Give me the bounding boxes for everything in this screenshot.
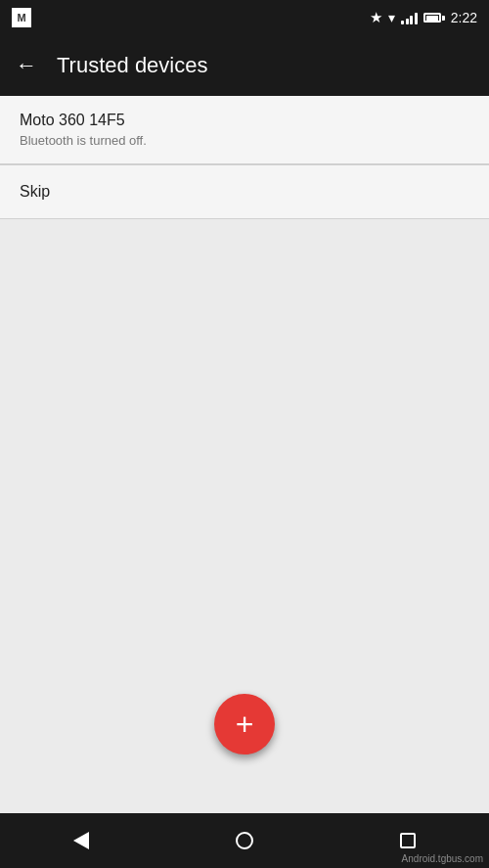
nav-bar: Android.tgbus.com	[0, 813, 489, 868]
fab-plus-icon: +	[236, 708, 254, 740]
watermark: Android.tgbus.com	[402, 853, 483, 864]
status-time: 2:22	[451, 10, 477, 25]
back-button[interactable]: ←	[16, 53, 37, 78]
content-area: Moto 360 14F5 Bluetooth is turned off. S…	[0, 96, 489, 813]
gmail-icon: M	[12, 8, 31, 27]
skip-button[interactable]: Skip	[0, 165, 489, 219]
status-bar: M ★ ▾ 2:22	[0, 0, 489, 35]
add-device-fab[interactable]: +	[214, 694, 275, 754]
nav-back-button[interactable]	[52, 821, 111, 860]
recents-nav-icon	[400, 833, 416, 848]
back-arrow-icon: ←	[16, 53, 37, 78]
signal-icon	[401, 11, 418, 24]
device-name: Moto 360 14F5	[20, 112, 469, 129]
skip-label: Skip	[20, 183, 50, 200]
status-bar-left: M	[12, 8, 31, 27]
device-list-item[interactable]: Moto 360 14F5 Bluetooth is turned off.	[0, 96, 489, 164]
back-nav-icon	[73, 832, 89, 849]
app-bar: ← Trusted devices	[0, 35, 489, 96]
battery-icon	[423, 13, 445, 23]
home-nav-icon	[236, 832, 253, 849]
nav-home-button[interactable]	[215, 821, 274, 860]
star-icon: ★	[370, 9, 382, 26]
status-bar-right: ★ ▾ 2:22	[370, 9, 477, 26]
device-status: Bluetooth is turned off.	[20, 133, 469, 148]
page-title: Trusted devices	[57, 53, 207, 78]
wifi-icon: ▾	[388, 10, 395, 25]
